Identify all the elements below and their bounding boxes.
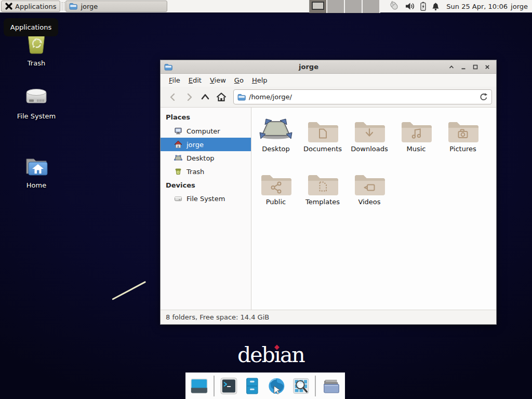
panel-username: jorge bbox=[511, 3, 528, 10]
sidebar-item-label: Trash bbox=[187, 168, 204, 176]
mouse-settings-icon[interactable] bbox=[388, 1, 401, 11]
sidebar-devices-header: Devices bbox=[161, 178, 251, 192]
home-button[interactable] bbox=[213, 89, 229, 105]
shade-icon bbox=[449, 64, 454, 70]
xfce-logo-icon bbox=[5, 3, 12, 10]
home-icon bbox=[216, 92, 227, 102]
up-button[interactable] bbox=[197, 89, 213, 105]
toolbar bbox=[161, 87, 496, 108]
window-body: Places Computer jorge bbox=[161, 108, 496, 310]
back-button[interactable] bbox=[165, 89, 181, 105]
hard-drive-icon bbox=[174, 194, 182, 203]
minimize-icon bbox=[461, 64, 466, 70]
debian-logo: debıan bbox=[237, 342, 304, 367]
public-folder-icon bbox=[259, 169, 292, 197]
menu-help[interactable]: Help bbox=[248, 75, 272, 86]
status-text: 8 folders, Free space: 14.4 GiB bbox=[166, 313, 269, 321]
window-titlebar[interactable]: jorge bbox=[161, 60, 496, 74]
home-folder-icon bbox=[23, 154, 50, 177]
shade-button[interactable] bbox=[446, 62, 457, 72]
panel-separator[interactable] bbox=[62, 2, 64, 10]
close-icon bbox=[485, 64, 490, 70]
volume-icon[interactable] bbox=[405, 2, 415, 10]
battery-icon[interactable] bbox=[420, 2, 427, 11]
folder-desktop[interactable]: Desktop bbox=[252, 114, 299, 162]
applications-tooltip: Applications bbox=[4, 18, 58, 36]
path-input[interactable] bbox=[249, 93, 476, 101]
dock-separator bbox=[315, 376, 316, 396]
folder-templates[interactable]: Templates bbox=[299, 167, 346, 215]
sidebar-item-label: File System bbox=[187, 195, 225, 203]
location-bar[interactable] bbox=[233, 89, 492, 104]
sidebar-item-computer[interactable]: Computer bbox=[161, 124, 251, 138]
menu-view[interactable]: View bbox=[206, 75, 230, 86]
directory-icon[interactable] bbox=[321, 376, 341, 396]
taskbar-window-button[interactable]: jorge bbox=[65, 1, 167, 12]
folder-label: Public bbox=[266, 198, 286, 206]
sidebar-item-trash[interactable]: Trash bbox=[161, 165, 251, 178]
desktop-icon-label: Trash bbox=[5, 59, 68, 67]
up-icon bbox=[200, 92, 210, 102]
sidebar-item-desktop[interactable]: Desktop bbox=[161, 151, 251, 165]
folder-downloads[interactable]: Downloads bbox=[346, 114, 393, 162]
workspace-4[interactable] bbox=[363, 0, 380, 13]
folder-label: Desktop bbox=[262, 145, 290, 153]
notification-bell-icon[interactable] bbox=[431, 2, 440, 11]
desktop-icon-label: Home bbox=[5, 181, 68, 189]
trash-icon bbox=[174, 167, 182, 176]
desktop-icon-home[interactable]: Home bbox=[5, 154, 68, 189]
workspace-2[interactable] bbox=[327, 0, 345, 13]
debian-logo-i: ı bbox=[274, 342, 280, 367]
forward-button[interactable] bbox=[181, 89, 197, 105]
desktop-icon-label: File System bbox=[5, 112, 68, 120]
path-folder-icon bbox=[237, 94, 246, 101]
folder-icon bbox=[69, 3, 77, 10]
folder-label: Templates bbox=[305, 198, 340, 206]
file-manager-icon[interactable] bbox=[243, 376, 262, 396]
menu-edit[interactable]: Edit bbox=[184, 75, 206, 86]
terminal-icon[interactable] bbox=[219, 376, 238, 396]
sidebar-item-jorge[interactable]: jorge bbox=[161, 138, 251, 151]
workspace-1[interactable] bbox=[310, 0, 327, 13]
minimize-button[interactable] bbox=[458, 62, 469, 72]
panel-clock[interactable]: Sun 25 Apr, 10:06 bbox=[446, 3, 508, 10]
desktop-icon bbox=[174, 154, 182, 162]
status-bar: 8 folders, Free space: 14.4 GiB bbox=[161, 310, 496, 324]
folder-music[interactable]: Music bbox=[393, 114, 440, 162]
workspace-3[interactable] bbox=[345, 0, 363, 13]
dock-separator bbox=[214, 376, 215, 396]
dock bbox=[185, 373, 345, 399]
reload-icon[interactable] bbox=[479, 92, 488, 101]
web-browser-icon[interactable] bbox=[267, 376, 287, 396]
workspace-window-preview bbox=[312, 2, 324, 10]
folder-label: Pictures bbox=[449, 145, 476, 153]
show-desktop-icon[interactable] bbox=[190, 376, 209, 396]
sidebar-item-label: jorge bbox=[187, 141, 204, 149]
folder-public[interactable]: Public bbox=[252, 167, 299, 215]
hard-drive-icon bbox=[24, 85, 49, 108]
applications-menu-label: Applications bbox=[15, 3, 56, 10]
maximize-button[interactable] bbox=[470, 62, 481, 72]
sidebar-item-file-system[interactable]: File System bbox=[161, 192, 251, 205]
folder-label: Downloads bbox=[351, 145, 388, 153]
menu-file[interactable]: File bbox=[165, 75, 184, 86]
documents-folder-icon bbox=[306, 116, 339, 144]
sidebar: Places Computer jorge bbox=[161, 108, 251, 310]
pictures-folder-icon bbox=[446, 116, 480, 144]
folder-documents[interactable]: Documents bbox=[299, 114, 346, 162]
folder-label: Music bbox=[407, 145, 426, 153]
app-finder-icon[interactable] bbox=[291, 376, 311, 396]
taskbar-window-label: jorge bbox=[81, 3, 98, 10]
computer-icon bbox=[174, 127, 182, 135]
desktop-icon-file-system[interactable]: File System bbox=[5, 85, 68, 120]
menu-go[interactable]: Go bbox=[230, 75, 248, 86]
back-icon bbox=[168, 92, 178, 102]
tooltip-text: Applications bbox=[10, 23, 51, 31]
menu-bar: File Edit View Go Help bbox=[161, 74, 496, 87]
folder-videos[interactable]: Videos bbox=[346, 167, 393, 215]
applications-menu-button[interactable]: Applications bbox=[1, 1, 60, 12]
workspace-switcher bbox=[309, 0, 380, 13]
close-button[interactable] bbox=[482, 62, 493, 72]
home-icon bbox=[174, 140, 182, 149]
folder-pictures[interactable]: Pictures bbox=[440, 114, 486, 162]
